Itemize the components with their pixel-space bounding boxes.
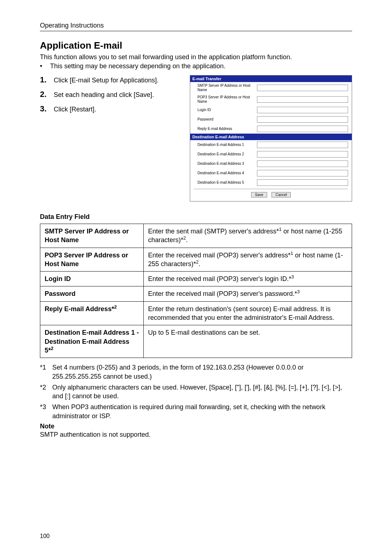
footnote-mark: *1 bbox=[40, 363, 52, 381]
footnote: *1 Set 4 numbers (0-255) and 3 periods, … bbox=[40, 363, 352, 381]
form-label: Destination E-mail Address 2 bbox=[197, 152, 255, 156]
smtp-server-input[interactable] bbox=[257, 85, 348, 91]
step: 2. Set each heading and click [Save]. bbox=[40, 90, 179, 99]
bullet-dot-icon: • bbox=[40, 62, 50, 70]
form-row: Destination E-mail Address 2 bbox=[190, 150, 352, 159]
form-header-destination: Destination E-mail Address bbox=[190, 134, 352, 140]
field-desc: Enter the received mail (POP3) server's … bbox=[144, 248, 352, 272]
footnote-mark: *2 bbox=[40, 383, 52, 401]
form-label: Password bbox=[197, 117, 255, 122]
step-text: Click [E-mail Setup for Applications]. bbox=[54, 77, 159, 84]
dest-email-2-input[interactable] bbox=[257, 151, 348, 158]
step-number: 1. bbox=[40, 75, 54, 85]
table-row: Reply E-mail Address*2 Enter the return … bbox=[40, 301, 352, 325]
form-row: Destination E-mail Address 4 bbox=[190, 168, 352, 178]
dest-email-4-input[interactable] bbox=[257, 170, 348, 176]
form-label: POP3 Server IP Address or Host Name bbox=[197, 95, 255, 104]
field-label: Login ID bbox=[40, 272, 144, 286]
note-heading: Note bbox=[40, 423, 352, 430]
footnote-text: Set 4 numbers (0-255) and 3 periods, in … bbox=[52, 363, 352, 381]
footnote-text: Only alphanumeric characters can be used… bbox=[52, 383, 352, 401]
header-rule bbox=[40, 31, 352, 31]
form-screenshot: E-mail Transfer SMTP Server IP Address o… bbox=[190, 75, 352, 201]
save-button[interactable]: Save bbox=[251, 192, 268, 197]
form-row: Reply E-mail Address bbox=[190, 124, 352, 134]
section-title: Application E-mail bbox=[40, 40, 352, 51]
footnote-text: When POP3 authentication is required dur… bbox=[52, 403, 352, 420]
form-row: Destination E-mail Address 1 bbox=[190, 140, 352, 150]
field-desc: Enter the return destination's (sent sou… bbox=[144, 301, 352, 325]
data-entry-table: SMTP Server IP Address or Host Name Ente… bbox=[40, 224, 352, 358]
form-row: Destination E-mail Address 3 bbox=[190, 159, 352, 168]
field-label: Password bbox=[40, 286, 144, 301]
footnote-mark: *3 bbox=[40, 403, 52, 420]
footnote: *3 When POP3 authentication is required … bbox=[40, 403, 352, 420]
table-row: Password Enter the received mail (POP3) … bbox=[40, 286, 352, 301]
field-label: Reply E-mail Address*2 bbox=[40, 301, 144, 325]
step-text: Click [Restart]. bbox=[54, 106, 96, 113]
form-label: Destination E-mail Address 4 bbox=[197, 171, 255, 175]
step: 1. Click [E-mail Setup for Applications]… bbox=[40, 75, 179, 85]
footnote: *2 Only alphanumeric characters can be u… bbox=[40, 383, 352, 401]
form-label: Destination E-mail Address 5 bbox=[197, 180, 255, 185]
intro-text: This function allows you to set mail for… bbox=[40, 53, 352, 61]
form-row: SMTP Server IP Address or Host Name bbox=[190, 82, 352, 94]
step: 3. Click [Restart]. bbox=[40, 104, 179, 114]
field-desc: Enter the received mail (POP3) server's … bbox=[144, 272, 352, 286]
dest-email-1-input[interactable] bbox=[257, 142, 348, 148]
dest-email-5-input[interactable] bbox=[257, 179, 348, 186]
form-header-transfer: E-mail Transfer bbox=[190, 76, 352, 82]
step-number: 3. bbox=[40, 104, 54, 114]
cancel-button[interactable]: Cancel bbox=[271, 192, 291, 197]
data-entry-heading: Data Entry Field bbox=[40, 213, 352, 221]
table-row: Destination E-mail Address 1 - Destinati… bbox=[40, 325, 352, 358]
page-number: 100 bbox=[40, 533, 50, 539]
field-label: POP3 Server IP Address or Host Name bbox=[40, 248, 144, 272]
field-label: SMTP Server IP Address or Host Name bbox=[40, 224, 144, 248]
table-row: SMTP Server IP Address or Host Name Ente… bbox=[40, 224, 352, 248]
table-row: POP3 Server IP Address or Host Name Ente… bbox=[40, 248, 352, 272]
footnotes: *1 Set 4 numbers (0-255) and 3 periods, … bbox=[40, 363, 352, 420]
field-desc: Enter the sent mail (SMTP) server's addr… bbox=[144, 224, 352, 248]
steps-column: 1. Click [E-mail Setup for Applications]… bbox=[40, 75, 179, 119]
step-number: 2. bbox=[40, 90, 54, 99]
table-row: Login ID Enter the received mail (POP3) … bbox=[40, 272, 352, 286]
form-label: Reply E-mail Address bbox=[197, 127, 255, 131]
form-label: Destination E-mail Address 3 bbox=[197, 162, 255, 166]
pop3-server-input[interactable] bbox=[257, 96, 348, 103]
field-desc: Up to 5 E-mail destinations can be set. bbox=[144, 325, 352, 358]
note-body: SMTP authentication is not supported. bbox=[40, 431, 352, 439]
reply-email-input[interactable] bbox=[257, 126, 348, 132]
step-text: Set each heading and click [Save]. bbox=[54, 91, 154, 99]
form-label: SMTP Server IP Address or Host Name bbox=[197, 83, 255, 92]
intro-bullet-text: This setting may be necessary depending … bbox=[50, 62, 225, 70]
field-desc: Enter the received mail (POP3) server's … bbox=[144, 286, 352, 301]
form-row: POP3 Server IP Address or Host Name bbox=[190, 94, 352, 105]
form-row: Login ID bbox=[190, 105, 352, 115]
dest-email-3-input[interactable] bbox=[257, 160, 348, 167]
password-input[interactable] bbox=[257, 116, 348, 123]
form-row: Destination E-mail Address 5 bbox=[190, 178, 352, 187]
field-label: Destination E-mail Address 1 - Destinati… bbox=[40, 325, 144, 358]
form-label: Login ID bbox=[197, 108, 255, 112]
running-header: Operating Instructions bbox=[40, 22, 352, 29]
form-label: Destination E-mail Address 1 bbox=[197, 143, 255, 147]
intro-bullet: • This setting may be necessary dependin… bbox=[40, 62, 352, 70]
login-id-input[interactable] bbox=[257, 107, 348, 113]
form-row: Password bbox=[190, 115, 352, 124]
